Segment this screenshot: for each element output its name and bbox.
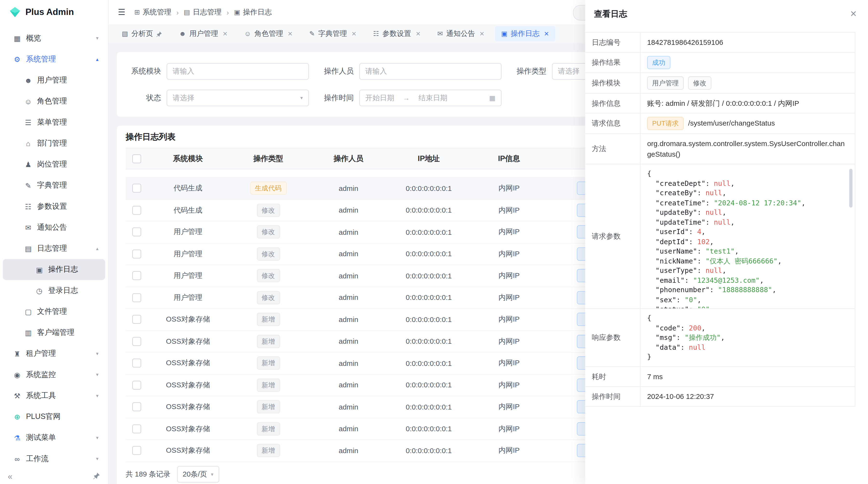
field-value-log-id: 1842781986426159106 — [641, 33, 855, 52]
cell-module: OSS对象存储 — [148, 440, 228, 461]
close-tab-icon[interactable]: ✕ — [351, 30, 356, 37]
tab-parameter-settings[interactable]: ☷参数设置✕ — [367, 26, 427, 41]
sidebar-item-label: 操作日志 — [48, 264, 99, 274]
row-checkbox[interactable] — [132, 250, 141, 258]
filter-label: 操作人员 — [318, 67, 354, 76]
breadcrumb-item[interactable]: ⊞系统管理 — [134, 7, 172, 17]
cell-operator: admin — [308, 374, 389, 395]
action-type-badge: 修改 — [256, 203, 280, 217]
cell-module: OSS对象存储 — [148, 418, 228, 440]
field-value-operation-time: 2024-10-06 12:20:37 — [641, 387, 855, 406]
column-header[interactable]: IP信息 — [469, 148, 549, 169]
sidebar-item-client-management[interactable]: ▥客户端管理 — [3, 322, 105, 343]
sidebar-item-operation-log[interactable]: ▣操作日志 — [3, 259, 105, 280]
sidebar-item-system-management[interactable]: ⚙系统管理▴ — [3, 49, 105, 70]
overview-icon: ▦ — [13, 34, 22, 42]
cell-module: OSS对象存储 — [148, 396, 228, 417]
row-checkbox[interactable] — [132, 184, 141, 193]
filter-label: 状态 — [126, 93, 161, 103]
page-size-select[interactable]: 20条/页 ▾ — [177, 466, 219, 482]
breadcrumb-label: 系统管理 — [143, 7, 171, 17]
chevron-down-icon: ▾ — [301, 95, 303, 101]
column-header[interactable]: 操作人员 — [308, 148, 389, 169]
value-badge: 成功 — [647, 56, 670, 69]
action-type-badge: 生成代码 — [250, 182, 287, 195]
close-tab-icon[interactable]: ✕ — [544, 30, 549, 37]
sidebar-item-file-management[interactable]: ▢文件管理 — [3, 301, 105, 322]
row-checkbox[interactable] — [132, 402, 141, 412]
collapse-sidebar-icon[interactable]: « — [8, 472, 12, 481]
cell-operator: admin — [308, 287, 389, 308]
column-header[interactable]: 系统模块 — [148, 148, 228, 169]
row-checkbox[interactable] — [132, 228, 141, 236]
tab-operation-log[interactable]: ▣操作日志✕ — [495, 26, 555, 41]
sidebar-item-label: 系统管理 — [26, 54, 93, 64]
sidebar-item-workflow[interactable]: ∞工作流▾ — [3, 448, 105, 469]
sidebar-item-tenant-management[interactable]: ♜租户管理▾ — [3, 343, 105, 364]
sidebar-item-login-log[interactable]: ◷登录日志 — [3, 280, 105, 301]
row-checkbox[interactable] — [132, 359, 141, 367]
sidebar-item-plus-website[interactable]: ⊕PLUS官网 — [3, 406, 105, 427]
cell-ip-info: 内网IP — [469, 221, 549, 243]
sidebar-item-role-management[interactable]: ☺角色管理 — [3, 91, 105, 112]
sidebar-item-post-management[interactable]: ♟岗位管理 — [3, 154, 105, 175]
breadcrumb-item[interactable]: ▣操作日志 — [234, 7, 272, 17]
row-checkbox[interactable] — [132, 271, 141, 280]
breadcrumb-item[interactable]: ▤日志管理 — [184, 7, 222, 17]
column-header[interactable]: 操作类型 — [228, 148, 308, 169]
sidebar-item-notice-announcement[interactable]: ✉通知公告 — [3, 217, 105, 238]
row-checkbox[interactable] — [132, 424, 141, 433]
row-checkbox[interactable] — [132, 206, 141, 215]
action-type-badge: 新增 — [256, 422, 280, 435]
field-value-module: 用户管理修改 — [641, 73, 855, 93]
close-tab-icon[interactable]: ✕ — [416, 30, 421, 37]
sidebar-item-label: 通知公告 — [37, 223, 99, 232]
sidebar-item-department-management[interactable]: ⌂部门管理 — [3, 133, 105, 154]
hamburger-icon[interactable]: ☰ — [118, 7, 125, 17]
operator-input[interactable]: 请输入 — [359, 63, 501, 80]
logo[interactable]: Plus Admin — [0, 0, 108, 24]
close-tab-icon[interactable]: ✕ — [222, 30, 227, 37]
sidebar-item-overview[interactable]: ▦概览▾ — [3, 28, 105, 49]
chevron-down-icon: ▾ — [96, 351, 98, 356]
sidebar-item-user-management[interactable]: ☻用户管理 — [3, 70, 105, 91]
close-icon[interactable]: ✕ — [850, 9, 857, 19]
tab-user-management[interactable]: ☻用户管理✕ — [173, 26, 234, 41]
parameter-tab-icon: ☷ — [373, 30, 379, 38]
row-checkbox[interactable] — [132, 446, 141, 455]
row-checkbox[interactable] — [132, 337, 141, 346]
sidebar-item-system-monitor[interactable]: ◉系统监控▾ — [3, 364, 105, 385]
cell-ip: 0:0:0:0:0:0:0:1 — [389, 331, 469, 352]
pin-icon[interactable] — [93, 471, 100, 481]
sidebar-item-dictionary-management[interactable]: ✎字典管理 — [3, 175, 105, 196]
sidebar-item-system-tools[interactable]: ⚒系统工具▾ — [3, 385, 105, 406]
pin-icon[interactable] — [156, 31, 162, 37]
close-tab-icon[interactable]: ✕ — [288, 30, 293, 37]
system-module-input[interactable]: 请输入 — [166, 63, 309, 80]
user-icon: ☻ — [24, 76, 33, 84]
sidebar-item-test-menu[interactable]: ⚗测试菜单▾ — [3, 427, 105, 448]
status-select[interactable]: 请选择▾ — [166, 90, 309, 106]
tab-dictionary-management[interactable]: ✎字典管理✕ — [303, 26, 362, 41]
breadcrumb-label: 日志管理 — [193, 7, 221, 17]
column-header[interactable]: IP地址 — [389, 148, 469, 169]
sidebar-item-menu-management[interactable]: ☰菜单管理 — [3, 112, 105, 133]
row-checkbox[interactable] — [132, 315, 141, 324]
row-checkbox[interactable] — [132, 293, 141, 302]
sidebar-item-log-management[interactable]: ▤日志管理▴ — [3, 238, 105, 259]
tab-analysis-page[interactable]: ▧分析页 — [116, 26, 168, 41]
tab-role-management[interactable]: ☺角色管理✕ — [238, 26, 299, 41]
action-type-badge: 新增 — [256, 444, 280, 457]
row-checkbox[interactable] — [132, 381, 141, 389]
cell-operator: admin — [308, 396, 389, 417]
tab-notice-announcement[interactable]: ✉通知公告✕ — [431, 26, 490, 41]
close-tab-icon[interactable]: ✕ — [479, 30, 485, 37]
json-code-block: { "code": 200, "msg": "操作成功", "data": nu… — [641, 309, 731, 366]
sidebar-item-parameter-settings[interactable]: ☷参数设置 — [3, 196, 105, 217]
scrollbar-thumb[interactable] — [849, 169, 852, 207]
operation-time-range[interactable]: 开始日期→结束日期▦ — [359, 90, 501, 106]
cell-operator: admin — [308, 178, 389, 199]
sidebar-footer: « — [0, 469, 108, 484]
field-value-result: 成功 — [641, 53, 855, 72]
select-all-checkbox[interactable] — [132, 154, 141, 163]
